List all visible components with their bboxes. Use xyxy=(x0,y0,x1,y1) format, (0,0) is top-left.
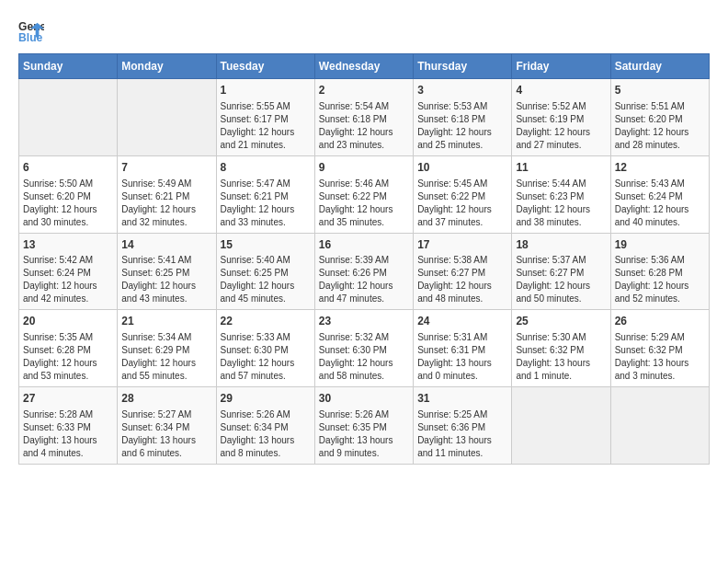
days-header-row: SundayMondayTuesdayWednesdayThursdayFrid… xyxy=(19,54,710,79)
day-number: 8 xyxy=(221,160,311,176)
day-number: 16 xyxy=(319,237,409,253)
calendar-cell: 22Sunrise: 5:33 AM Sunset: 6:30 PM Dayli… xyxy=(216,310,314,387)
calendar-cell: 20Sunrise: 5:35 AM Sunset: 6:28 PM Dayli… xyxy=(19,310,118,387)
calendar-week-row: 6Sunrise: 5:50 AM Sunset: 6:20 PM Daylig… xyxy=(19,155,710,233)
logo-icon: General Blue xyxy=(18,18,44,44)
calendar-cell: 8Sunrise: 5:47 AM Sunset: 6:21 PM Daylig… xyxy=(216,155,314,233)
day-number: 17 xyxy=(417,237,507,253)
calendar-cell: 23Sunrise: 5:32 AM Sunset: 6:30 PM Dayli… xyxy=(314,310,413,387)
calendar-cell: 1Sunrise: 5:55 AM Sunset: 6:17 PM Daylig… xyxy=(216,79,314,156)
day-number: 21 xyxy=(121,314,211,329)
svg-text:Blue: Blue xyxy=(18,31,43,44)
calendar-cell: 10Sunrise: 5:45 AM Sunset: 6:22 PM Dayli… xyxy=(414,155,512,233)
day-number: 14 xyxy=(121,237,211,253)
day-info: Sunrise: 5:54 AM Sunset: 6:18 PM Dayligh… xyxy=(319,100,409,152)
day-info: Sunrise: 5:28 AM Sunset: 6:33 PM Dayligh… xyxy=(23,408,113,460)
day-number: 11 xyxy=(516,160,606,176)
calendar-cell: 24Sunrise: 5:31 AM Sunset: 6:31 PM Dayli… xyxy=(414,310,512,387)
calendar-cell: 31Sunrise: 5:25 AM Sunset: 6:36 PM Dayli… xyxy=(414,387,512,465)
calendar-cell: 27Sunrise: 5:28 AM Sunset: 6:33 PM Dayli… xyxy=(19,387,118,465)
day-number: 9 xyxy=(319,160,409,176)
calendar-cell: 14Sunrise: 5:41 AM Sunset: 6:25 PM Dayli… xyxy=(118,233,216,310)
day-of-week-header: Saturday xyxy=(610,54,709,79)
calendar-cell: 5Sunrise: 5:51 AM Sunset: 6:20 PM Daylig… xyxy=(610,79,709,156)
day-info: Sunrise: 5:55 AM Sunset: 6:17 PM Dayligh… xyxy=(221,100,311,152)
logo: General Blue xyxy=(18,18,44,44)
day-number: 2 xyxy=(319,83,409,98)
calendar-cell: 2Sunrise: 5:54 AM Sunset: 6:18 PM Daylig… xyxy=(314,79,413,156)
day-info: Sunrise: 5:37 AM Sunset: 6:27 PM Dayligh… xyxy=(516,254,606,305)
day-of-week-header: Sunday xyxy=(19,54,118,79)
calendar-week-row: 13Sunrise: 5:42 AM Sunset: 6:24 PM Dayli… xyxy=(19,233,710,310)
day-number: 30 xyxy=(319,391,409,407)
calendar-cell: 15Sunrise: 5:40 AM Sunset: 6:25 PM Dayli… xyxy=(216,233,314,310)
calendar-cell: 19Sunrise: 5:36 AM Sunset: 6:28 PM Dayli… xyxy=(610,233,709,310)
day-info: Sunrise: 5:34 AM Sunset: 6:29 PM Dayligh… xyxy=(121,331,211,383)
day-number: 15 xyxy=(221,237,311,253)
day-info: Sunrise: 5:51 AM Sunset: 6:20 PM Dayligh… xyxy=(615,100,705,152)
day-info: Sunrise: 5:27 AM Sunset: 6:34 PM Dayligh… xyxy=(121,408,211,460)
calendar-cell xyxy=(19,79,118,156)
day-number: 24 xyxy=(417,314,507,329)
day-info: Sunrise: 5:40 AM Sunset: 6:25 PM Dayligh… xyxy=(221,254,311,305)
day-info: Sunrise: 5:36 AM Sunset: 6:28 PM Dayligh… xyxy=(615,254,705,305)
day-info: Sunrise: 5:26 AM Sunset: 6:34 PM Dayligh… xyxy=(221,408,311,460)
day-number: 18 xyxy=(516,237,606,253)
day-info: Sunrise: 5:33 AM Sunset: 6:30 PM Dayligh… xyxy=(221,331,311,383)
calendar-cell: 28Sunrise: 5:27 AM Sunset: 6:34 PM Dayli… xyxy=(118,387,216,465)
day-info: Sunrise: 5:49 AM Sunset: 6:21 PM Dayligh… xyxy=(121,178,211,229)
day-number: 23 xyxy=(319,314,409,329)
day-info: Sunrise: 5:47 AM Sunset: 6:21 PM Dayligh… xyxy=(221,178,311,229)
day-info: Sunrise: 5:43 AM Sunset: 6:24 PM Dayligh… xyxy=(615,178,705,229)
calendar-cell xyxy=(118,79,216,156)
day-info: Sunrise: 5:30 AM Sunset: 6:32 PM Dayligh… xyxy=(516,331,606,383)
calendar-cell xyxy=(610,387,709,465)
day-number: 4 xyxy=(516,83,606,98)
day-of-week-header: Tuesday xyxy=(216,54,314,79)
day-info: Sunrise: 5:44 AM Sunset: 6:23 PM Dayligh… xyxy=(516,178,606,229)
day-info: Sunrise: 5:39 AM Sunset: 6:26 PM Dayligh… xyxy=(319,254,409,305)
calendar-cell: 29Sunrise: 5:26 AM Sunset: 6:34 PM Dayli… xyxy=(216,387,314,465)
calendar-cell: 25Sunrise: 5:30 AM Sunset: 6:32 PM Dayli… xyxy=(512,310,610,387)
day-number: 13 xyxy=(23,237,113,253)
day-info: Sunrise: 5:38 AM Sunset: 6:27 PM Dayligh… xyxy=(417,254,507,305)
day-info: Sunrise: 5:35 AM Sunset: 6:28 PM Dayligh… xyxy=(23,331,113,383)
day-info: Sunrise: 5:26 AM Sunset: 6:35 PM Dayligh… xyxy=(319,408,409,460)
calendar-cell xyxy=(512,387,610,465)
day-info: Sunrise: 5:32 AM Sunset: 6:30 PM Dayligh… xyxy=(319,331,409,383)
calendar-cell: 9Sunrise: 5:46 AM Sunset: 6:22 PM Daylig… xyxy=(314,155,413,233)
day-of-week-header: Thursday xyxy=(414,54,512,79)
calendar-cell: 3Sunrise: 5:53 AM Sunset: 6:18 PM Daylig… xyxy=(414,79,512,156)
day-number: 31 xyxy=(417,391,507,407)
calendar-week-row: 20Sunrise: 5:35 AM Sunset: 6:28 PM Dayli… xyxy=(19,310,710,387)
calendar-week-row: 27Sunrise: 5:28 AM Sunset: 6:33 PM Dayli… xyxy=(19,387,710,465)
day-info: Sunrise: 5:42 AM Sunset: 6:24 PM Dayligh… xyxy=(23,254,113,305)
day-number: 28 xyxy=(121,391,211,407)
day-number: 1 xyxy=(221,83,311,98)
day-number: 22 xyxy=(221,314,311,329)
day-number: 27 xyxy=(23,391,113,407)
calendar-cell: 30Sunrise: 5:26 AM Sunset: 6:35 PM Dayli… xyxy=(314,387,413,465)
day-info: Sunrise: 5:31 AM Sunset: 6:31 PM Dayligh… xyxy=(417,331,507,383)
calendar-cell: 26Sunrise: 5:29 AM Sunset: 6:32 PM Dayli… xyxy=(610,310,709,387)
day-of-week-header: Wednesday xyxy=(314,54,413,79)
day-number: 25 xyxy=(516,314,606,329)
day-of-week-header: Monday xyxy=(118,54,216,79)
day-number: 29 xyxy=(221,391,311,407)
calendar-cell: 13Sunrise: 5:42 AM Sunset: 6:24 PM Dayli… xyxy=(19,233,118,310)
day-number: 20 xyxy=(23,314,113,329)
calendar-cell: 21Sunrise: 5:34 AM Sunset: 6:29 PM Dayli… xyxy=(118,310,216,387)
day-info: Sunrise: 5:25 AM Sunset: 6:36 PM Dayligh… xyxy=(417,408,507,460)
day-number: 10 xyxy=(417,160,507,176)
day-number: 12 xyxy=(615,160,705,176)
calendar-cell: 18Sunrise: 5:37 AM Sunset: 6:27 PM Dayli… xyxy=(512,233,610,310)
day-number: 5 xyxy=(615,83,705,98)
day-info: Sunrise: 5:29 AM Sunset: 6:32 PM Dayligh… xyxy=(615,331,705,383)
day-info: Sunrise: 5:46 AM Sunset: 6:22 PM Dayligh… xyxy=(319,178,409,229)
calendar-cell: 6Sunrise: 5:50 AM Sunset: 6:20 PM Daylig… xyxy=(19,155,118,233)
day-info: Sunrise: 5:53 AM Sunset: 6:18 PM Dayligh… xyxy=(417,100,507,152)
day-number: 19 xyxy=(615,237,705,253)
calendar-cell: 11Sunrise: 5:44 AM Sunset: 6:23 PM Dayli… xyxy=(512,155,610,233)
day-info: Sunrise: 5:50 AM Sunset: 6:20 PM Dayligh… xyxy=(23,178,113,229)
calendar-cell: 7Sunrise: 5:49 AM Sunset: 6:21 PM Daylig… xyxy=(118,155,216,233)
